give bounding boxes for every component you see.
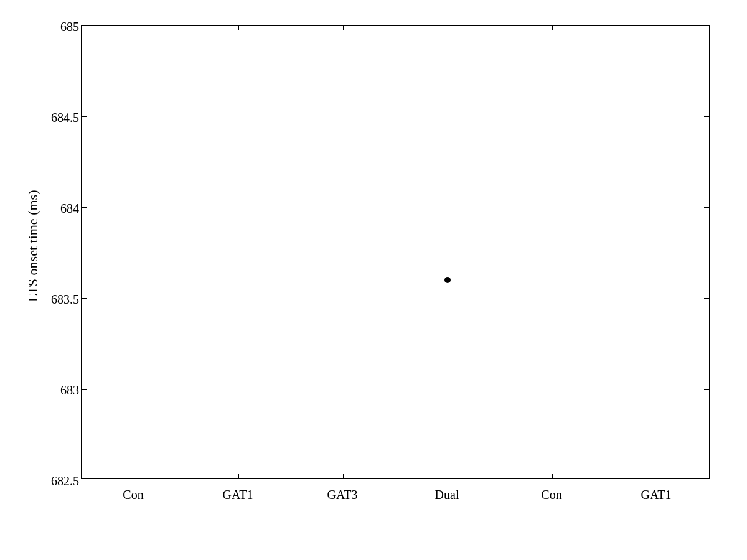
x-label-con2: Con bbox=[541, 488, 561, 502]
y-tick-685 bbox=[704, 26, 709, 26]
y-tick-left-6835 bbox=[82, 298, 87, 299]
y-tick-6835 bbox=[704, 298, 709, 299]
x-tick-0 bbox=[134, 474, 134, 478]
x-tick-5 bbox=[657, 474, 657, 478]
y-tick-6845 bbox=[704, 116, 709, 117]
y-tick-left-683 bbox=[82, 389, 87, 390]
y-tick-left-684 bbox=[82, 207, 87, 208]
x-tick-2 bbox=[343, 474, 344, 478]
x-tick-top-1 bbox=[238, 26, 239, 30]
y-label-6825: 682.5 bbox=[30, 474, 79, 488]
y-label-685: 685 bbox=[39, 20, 79, 34]
x-tick-1 bbox=[238, 474, 239, 478]
y-label-6845: 684.5 bbox=[30, 111, 79, 125]
y-tick-684 bbox=[704, 207, 709, 208]
x-label-con1: Con bbox=[123, 488, 143, 502]
x-tick-top-0 bbox=[134, 26, 134, 30]
y-tick-left-6845 bbox=[82, 116, 87, 117]
x-label-dual: Dual bbox=[435, 488, 459, 502]
y-tick-6825 bbox=[704, 480, 709, 480]
y-tick-left-6825 bbox=[82, 480, 87, 480]
x-tick-3 bbox=[448, 474, 448, 478]
x-label-gat1-1: GAT1 bbox=[223, 488, 253, 502]
x-tick-4 bbox=[552, 474, 553, 478]
chart-area bbox=[81, 25, 710, 479]
y-axis-label: LTS onset time (ms) bbox=[25, 252, 41, 302]
data-point-dual bbox=[444, 277, 451, 283]
y-tick-683 bbox=[704, 389, 709, 390]
x-tick-top-4 bbox=[552, 26, 553, 30]
chart-container: 685 684.5 684 683.5 683 682.5 LTS onset … bbox=[0, 0, 747, 560]
x-label-gat3: GAT3 bbox=[327, 488, 358, 502]
x-label-gat1-2: GAT1 bbox=[641, 488, 672, 502]
x-tick-top-5 bbox=[657, 26, 657, 30]
x-tick-top-3 bbox=[448, 26, 448, 30]
x-tick-top-2 bbox=[343, 26, 344, 30]
y-tick-left-685 bbox=[82, 26, 87, 26]
y-label-683: 683 bbox=[39, 383, 79, 398]
y-label-684: 684 bbox=[39, 202, 79, 216]
